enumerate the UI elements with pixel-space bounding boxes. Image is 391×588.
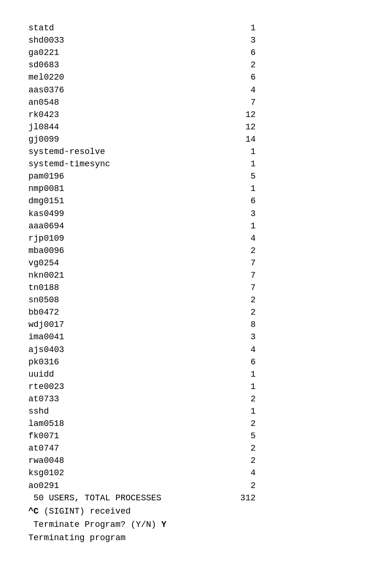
terminate-prompt-line: Terminate Program? (Y/N) Y [28,518,363,531]
process-count: 1 [237,158,256,170]
process-name: rk0423 [28,109,59,121]
process-name: aas0376 [28,84,64,96]
process-name: ajs0403 [28,344,64,356]
process-name: gj0099 [28,133,59,145]
process-count: 1 [237,405,256,417]
process-row: ao02912 [28,479,256,492]
process-name: at0747 [28,442,59,454]
process-name: shd0033 [28,34,64,46]
process-count: 5 [237,430,256,442]
process-count: 2 [237,393,256,405]
process-count: 3 [237,208,256,220]
process-name: lam0518 [28,417,64,430]
process-name: sshd [28,405,49,417]
summary-label: 50 USERS, TOTAL PROCESSES [28,492,161,504]
process-name: vg0254 [28,257,59,269]
process-row: fk00715 [28,430,256,442]
process-count: 1 [237,145,256,158]
terminating-line: Terminating program [28,532,363,544]
process-name: mel0220 [28,71,64,83]
process-row: ga02216 [28,46,256,59]
process-count: 7 [237,257,256,269]
process-name: rjp0109 [28,232,64,244]
process-row: systemd-timesync1 [28,158,256,170]
sigint-line: ^C (SIGINT) received [28,505,363,517]
process-name: pk0316 [28,356,59,368]
terminate-answer: Y [161,520,167,529]
process-count: 1 [237,182,256,195]
process-name: sd0683 [28,59,59,71]
summary-row: 50 USERS, TOTAL PROCESSES312 [28,492,256,504]
process-count: 2 [237,59,256,71]
process-count: 1 [237,22,256,34]
process-row: sd06832 [28,59,256,71]
process-row: rjp01094 [28,232,256,244]
process-name: systemd-timesync [28,158,110,170]
process-row: ksg01024 [28,467,256,479]
process-count: 4 [237,467,256,479]
process-row: aas03764 [28,84,256,96]
terminate-prompt: Terminate Program? (Y/N) [28,520,161,529]
process-name: at0733 [28,393,59,405]
process-row: at07332 [28,393,256,405]
process-name: ga0221 [28,46,59,59]
process-name: nmp0081 [28,182,64,195]
process-count: 7 [237,96,256,109]
process-count: 6 [237,71,256,83]
process-row: gj009914 [28,133,256,145]
process-count: 1 [237,380,256,393]
process-count: 7 [237,269,256,281]
sigint-rest: (SIGINT) received [39,507,131,516]
process-row: nmp00811 [28,182,256,195]
process-name: an0548 [28,96,59,109]
process-name: bb0472 [28,306,59,318]
process-count: 6 [237,195,256,207]
process-count: 2 [237,479,256,492]
process-name: fk0071 [28,430,59,442]
process-count: 2 [237,244,256,257]
process-count: 1 [237,220,256,232]
process-count: 2 [237,454,256,467]
process-count: 4 [237,232,256,244]
process-name: statd [28,22,54,34]
process-name: pam0196 [28,170,64,182]
process-name: aaa0694 [28,220,64,232]
process-row: systemd-resolve1 [28,145,256,158]
process-count: 2 [237,417,256,430]
summary-count: 312 [240,492,256,504]
process-count: 3 [237,331,256,343]
process-row: tn01887 [28,281,256,294]
process-count: 12 [237,109,256,121]
process-name: tn0188 [28,281,59,294]
process-name: kas0499 [28,208,64,220]
sigint-bold: ^C [28,507,39,516]
process-name: rte0023 [28,380,64,393]
process-name: wdj0017 [28,318,64,331]
process-row: rk042312 [28,109,256,121]
process-name: ao0291 [28,479,59,492]
process-row: shd00333 [28,34,256,46]
process-row: statd1 [28,22,256,34]
process-row: vg02547 [28,257,256,269]
process-count: 14 [237,133,256,145]
process-count: 2 [237,306,256,318]
process-row: wdj00178 [28,318,256,331]
process-row: ajs04034 [28,344,256,356]
process-name: ima0041 [28,331,64,343]
process-count: 12 [237,121,256,133]
process-name: rwa0048 [28,454,64,467]
process-row: jl084412 [28,121,256,133]
process-count: 3 [237,34,256,46]
process-row: aaa06941 [28,220,256,232]
process-name: jl0844 [28,121,59,133]
process-row: mba00962 [28,244,256,257]
process-row: sshd1 [28,405,256,417]
process-count: 4 [237,84,256,96]
process-name: sn0508 [28,294,59,306]
process-row: nkn00217 [28,269,256,281]
process-name: ksg0102 [28,467,64,479]
process-row: bb04722 [28,306,256,318]
process-name: systemd-resolve [28,145,105,158]
process-count: 4 [237,344,256,356]
process-name: nkn0021 [28,269,64,281]
